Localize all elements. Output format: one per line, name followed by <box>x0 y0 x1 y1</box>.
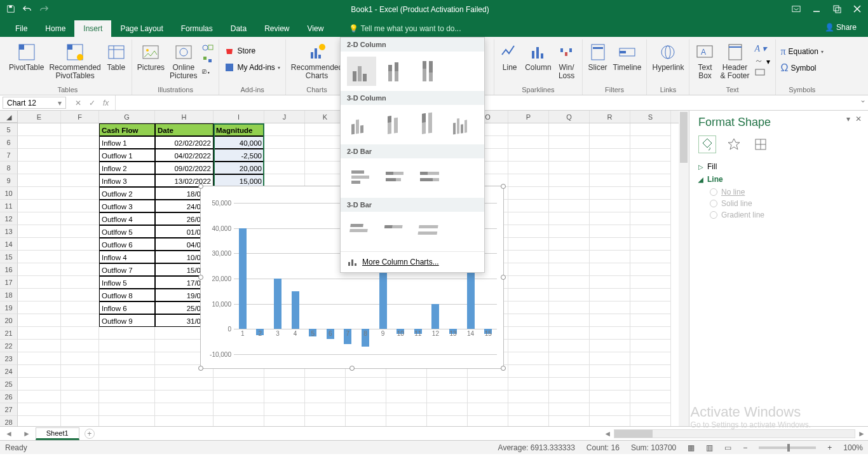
equation-button[interactable]: π Equation ▾ <box>781 46 824 57</box>
cell[interactable] <box>508 136 549 149</box>
cell[interactable] <box>590 238 630 251</box>
cell[interactable] <box>508 263 549 276</box>
cell[interactable]: Magnitude <box>214 123 264 136</box>
row-header[interactable]: 23 <box>0 352 18 365</box>
cell[interactable] <box>508 251 549 263</box>
cell[interactable] <box>508 352 549 365</box>
fx-icon[interactable]: fx <box>103 99 109 107</box>
cell[interactable] <box>590 378 630 391</box>
horizontal-scrollbar[interactable]: ◄► <box>95 429 868 438</box>
opt-100-stacked-column[interactable] <box>416 57 445 86</box>
ribbon-display-icon[interactable] <box>792 4 801 15</box>
cell[interactable] <box>18 200 61 212</box>
cell[interactable] <box>549 327 590 340</box>
tab-data[interactable]: Data <box>222 20 255 37</box>
cell[interactable] <box>630 225 671 238</box>
cell[interactable] <box>386 391 427 403</box>
save-icon[interactable] <box>6 4 15 15</box>
maximize-icon[interactable] <box>832 4 841 15</box>
formula-bar[interactable] <box>115 95 858 110</box>
cell[interactable] <box>18 340 61 352</box>
cell[interactable] <box>468 378 508 391</box>
row-header[interactable]: 10 <box>0 187 18 200</box>
size-props-icon[interactable] <box>752 135 770 153</box>
cell[interactable]: Inflow 4 <box>99 251 155 263</box>
cell[interactable] <box>590 251 630 263</box>
col-header-G[interactable]: G <box>99 111 155 123</box>
cell[interactable] <box>99 403 155 416</box>
object-icon[interactable] <box>755 69 770 78</box>
cell[interactable] <box>508 174 549 187</box>
cell[interactable] <box>508 416 549 426</box>
row-header[interactable]: 6 <box>0 136 18 149</box>
opt-clustered-bar[interactable] <box>347 163 376 193</box>
view-page-layout-icon[interactable]: ▥ <box>706 443 713 452</box>
pane-menu-icon[interactable]: ▾ <box>846 114 850 123</box>
col-header-E[interactable]: E <box>18 111 61 123</box>
more-column-charts[interactable]: More Column Charts... <box>341 251 484 272</box>
opt-3d-clustered-bar[interactable] <box>347 217 376 246</box>
fill-line-icon[interactable] <box>698 135 716 153</box>
radio-gradient-line[interactable]: Gradient line <box>710 211 859 219</box>
cell[interactable] <box>630 136 671 149</box>
cell[interactable] <box>630 365 671 378</box>
cell[interactable] <box>630 200 671 212</box>
cell[interactable] <box>549 149 590 162</box>
cell[interactable] <box>590 162 630 174</box>
cell[interactable]: Outflow 2 <box>99 187 155 200</box>
row-header[interactable]: 16 <box>0 263 18 276</box>
cell[interactable] <box>346 403 386 416</box>
table-button[interactable]: Table <box>106 42 126 72</box>
rec-charts-button[interactable]: Recommended Charts <box>291 42 342 80</box>
cell[interactable]: 09/02/2022 <box>155 162 214 174</box>
cell[interactable] <box>468 391 508 403</box>
cell[interactable]: Outflow 3 <box>99 200 155 212</box>
cell[interactable] <box>549 136 590 149</box>
cell[interactable] <box>508 276 549 289</box>
header-footer-button[interactable]: Header & Footer <box>720 42 749 80</box>
cell[interactable] <box>99 352 155 365</box>
cell[interactable] <box>508 365 549 378</box>
cell[interactable]: Cash Flow <box>99 123 155 136</box>
cell[interactable] <box>61 263 99 276</box>
cell[interactable] <box>590 403 630 416</box>
opt-stacked-column[interactable] <box>381 57 410 86</box>
cell[interactable] <box>549 378 590 391</box>
share-button[interactable]: 👤 Share <box>820 20 862 34</box>
cell[interactable] <box>508 314 549 327</box>
sheet-tab-sheet1[interactable]: Sheet1 <box>36 427 79 440</box>
cell[interactable] <box>508 289 549 301</box>
cell[interactable] <box>18 238 61 251</box>
cell[interactable] <box>18 378 61 391</box>
zoom-in-icon[interactable]: + <box>827 443 832 452</box>
cell[interactable] <box>305 391 346 403</box>
name-box[interactable]: Chart 12▾ <box>3 97 66 109</box>
cell[interactable] <box>264 403 305 416</box>
row-header[interactable]: 22 <box>0 340 18 352</box>
opt-clustered-column[interactable] <box>347 57 376 86</box>
wordart-icon[interactable]: A ▾ <box>755 43 770 54</box>
row-header[interactable]: 28 <box>0 416 18 426</box>
row-header[interactable]: 18 <box>0 289 18 301</box>
opt-3d-100stacked[interactable] <box>415 110 444 139</box>
cell[interactable] <box>18 187 61 200</box>
cell[interactable] <box>630 149 671 162</box>
opt-3d-100-bar[interactable] <box>416 217 445 246</box>
cell[interactable]: 15,000 <box>214 174 264 187</box>
cell[interactable] <box>61 314 99 327</box>
cell[interactable] <box>99 365 155 378</box>
cell[interactable] <box>427 403 468 416</box>
cell[interactable] <box>346 378 386 391</box>
row-header[interactable]: 15 <box>0 251 18 263</box>
cell[interactable] <box>630 391 671 403</box>
cell[interactable] <box>61 391 99 403</box>
tab-review[interactable]: Review <box>255 20 298 37</box>
cell[interactable] <box>508 123 549 136</box>
cell[interactable] <box>508 225 549 238</box>
row-header[interactable]: 27 <box>0 403 18 416</box>
cell[interactable] <box>61 200 99 212</box>
cell[interactable] <box>305 403 346 416</box>
smartart-icon[interactable] <box>202 55 214 66</box>
cell[interactable] <box>18 162 61 174</box>
cell[interactable] <box>264 391 305 403</box>
